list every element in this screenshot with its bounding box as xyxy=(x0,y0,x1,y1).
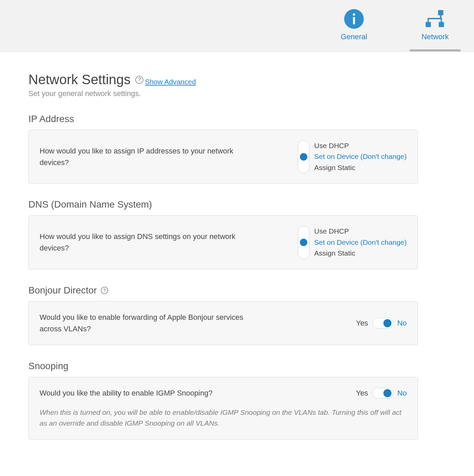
page-title: Network Settings ? xyxy=(28,72,143,87)
dns-option-dhcp[interactable]: Use DHCP xyxy=(314,226,407,237)
svg-rect-4 xyxy=(426,22,431,27)
dns-selector-dot-2 xyxy=(300,249,307,257)
tab-general[interactable]: General xyxy=(329,8,379,51)
dns-option-static[interactable]: Assign Static xyxy=(314,248,407,259)
card-dns: How would you like to assign DNS setting… xyxy=(28,215,418,269)
show-advanced-link[interactable]: Show Advanced xyxy=(145,78,196,86)
dns-question: How would you like to assign DNS setting… xyxy=(40,231,249,254)
card-ip-address: How would you like to assign IP addresse… xyxy=(28,130,418,184)
dns-selector-dot-1 xyxy=(300,239,307,246)
page-subtitle: Set your general network settings. xyxy=(28,89,418,98)
ip-option-static[interactable]: Assign Static xyxy=(314,162,407,173)
ip-selector-dot-2 xyxy=(300,163,307,171)
ip-selector-dot-1 xyxy=(300,153,307,161)
snooping-no-label[interactable]: No xyxy=(397,389,407,398)
ip-selector-dot-0 xyxy=(300,143,307,150)
svg-point-1 xyxy=(353,14,355,16)
dns-selector-track[interactable] xyxy=(298,226,309,259)
bonjour-no-label[interactable]: No xyxy=(397,319,407,328)
card-bonjour: Would you like to enable forwarding of A… xyxy=(28,301,418,345)
ip-option-dhcp[interactable]: Use DHCP xyxy=(314,140,407,151)
svg-rect-5 xyxy=(439,22,444,27)
svg-rect-3 xyxy=(438,10,444,16)
ip-option-device[interactable]: Set on Device (Don't change) xyxy=(314,151,407,162)
ip-question: How would you like to assign IP addresse… xyxy=(40,145,249,168)
tab-network[interactable]: Network xyxy=(410,8,460,51)
help-icon[interactable]: ? xyxy=(135,76,143,84)
card-snooping: Would you like the ability to enable IGM… xyxy=(28,377,418,439)
bonjour-question: Would you like to enable forwarding of A… xyxy=(40,312,249,335)
bonjour-toggle[interactable] xyxy=(372,318,393,329)
section-heading-snooping: Snooping xyxy=(28,361,418,372)
top-tab-bar: General Network xyxy=(0,0,474,52)
dns-option-device[interactable]: Set on Device (Don't change) xyxy=(314,237,407,248)
page-content: Network Settings ? Show Advanced Set you… xyxy=(0,52,446,453)
tab-general-label: General xyxy=(341,32,367,41)
section-heading-ip: IP Address xyxy=(28,114,418,124)
snooping-question: Would you like the ability to enable IGM… xyxy=(40,387,213,399)
tab-network-label: Network xyxy=(422,32,449,41)
ip-selector-track[interactable] xyxy=(298,140,309,173)
section-heading-dns: DNS (Domain Name System) xyxy=(28,199,418,210)
dns-assignment-selector[interactable]: Use DHCP Set on Device (Don't change) As… xyxy=(298,226,407,259)
svg-rect-2 xyxy=(353,17,355,24)
ip-assignment-selector[interactable]: Use DHCP Set on Device (Don't change) As… xyxy=(298,140,407,173)
bonjour-toggle-group: Yes No xyxy=(356,318,407,329)
snooping-toggle-group: Yes No xyxy=(356,388,407,399)
network-icon xyxy=(424,8,446,30)
bonjour-yes-label[interactable]: Yes xyxy=(356,319,368,328)
dns-selector-dot-0 xyxy=(300,228,307,236)
info-icon xyxy=(343,8,365,30)
page-title-text: Network Settings xyxy=(28,72,131,87)
snooping-toggle[interactable] xyxy=(372,388,393,399)
snooping-hint: When this is turned on, you will be able… xyxy=(40,407,407,429)
bonjour-heading-text: Bonjour Director xyxy=(28,285,97,296)
help-icon[interactable]: ? xyxy=(101,287,108,294)
section-heading-bonjour: Bonjour Director ? xyxy=(28,285,418,296)
snooping-yes-label[interactable]: Yes xyxy=(356,389,368,398)
